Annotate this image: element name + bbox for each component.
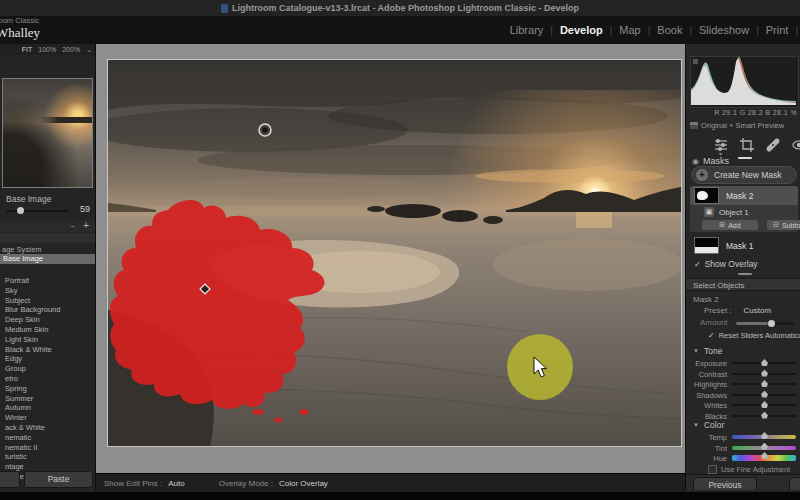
presets-add-icon[interactable]: + [83,221,89,231]
tone-slider-row: Contrast [686,369,800,380]
slider-track[interactable] [732,394,796,396]
mask-subtract-button[interactable]: ⊟ Subtract [767,220,800,230]
preset-item-selected[interactable]: Base Image [0,254,95,264]
reset-button[interactable]: Reset [789,477,800,490]
module-print[interactable]: Print [766,24,789,36]
tone-slider-row: Highlights [686,379,800,390]
module-slideshow[interactable]: Slideshow [699,24,749,36]
preset-item[interactable]: Blur Background [0,305,95,315]
red-eye-tool-icon[interactable] [792,138,800,152]
preset-item[interactable]: Autumn [0,403,95,413]
module-book[interactable]: Book [657,24,682,36]
preset-item[interactable]: Winter [0,413,95,423]
preset-item[interactable]: nematic II [0,443,95,453]
tone-section-header[interactable]: ▼ Tone [693,346,722,356]
mask2-row[interactable]: Mask 2 [690,186,798,205]
show-overlay-row[interactable]: ✓ Show Overlay [694,259,758,269]
histogram[interactable] [690,56,799,108]
show-overlay-checkbox[interactable]: ✓ [694,260,701,269]
slider-track[interactable] [732,455,796,461]
slider-label: Hue [713,454,727,463]
preset-item[interactable]: nematic [0,433,95,443]
slider-thumb[interactable] [761,401,768,408]
navigator-zoom-200[interactable]: 200% [62,46,80,53]
fine-adjustment-checkbox[interactable] [708,465,717,474]
preset-item[interactable]: Subject [0,296,95,306]
preset-item[interactable]: Edgy [0,354,95,364]
slider-track[interactable] [732,415,796,417]
mask-preset-value[interactable]: Custom [744,306,772,315]
masks-panel-header[interactable]: ◉ Masks [692,156,729,166]
slider-thumb[interactable] [761,412,768,419]
shadow-clipping-icon[interactable] [693,59,698,64]
tone-slider-row: Whites [686,400,800,411]
navigator-preview[interactable] [2,78,93,188]
preset-filter-row[interactable] [0,233,95,243]
slider-track[interactable] [732,435,796,439]
overlay-mode-value[interactable]: Color Overlay [279,479,328,488]
copy-button[interactable] [0,471,20,488]
preset-item[interactable]: turistic [0,452,95,462]
preset-item[interactable]: Summer [0,394,95,404]
mask1-row[interactable]: Mask 1 [690,236,798,255]
navigator-fit[interactable]: FIT [22,46,33,53]
panel-grip-icon[interactable] [738,157,752,159]
color-section-header[interactable]: ▼ Color [693,420,724,430]
overlay-mode-label: Overlay Mode : [219,479,273,488]
preset-item[interactable]: Portrait [0,276,95,286]
navigator-zoom-menu-icon[interactable]: ⌄ [86,46,92,54]
module-develop[interactable]: Develop [560,24,603,36]
preset-item[interactable]: Deep Skin [0,315,95,325]
reset-sliders-checkbox[interactable]: ✓ [708,331,715,340]
preset-item[interactable]: Black & White [0,345,95,355]
mask-add-button[interactable]: ⊞ Add [702,220,758,230]
selected-mask-label: Mask 2 [693,295,719,304]
mask-amount-thumb[interactable] [768,320,775,327]
slider-thumb[interactable] [761,452,768,459]
preset-item[interactable]: Group [0,364,95,374]
slider-track[interactable] [732,373,796,375]
slider-track[interactable] [732,446,796,450]
preset-item[interactable]: Sky [0,286,95,296]
previous-button[interactable]: Previous [693,477,757,490]
show-edit-pins-value[interactable]: Auto [168,479,184,488]
reset-sliders-row[interactable]: ✓ Reset Sliders Automatically [708,331,800,340]
preset-item[interactable]: etro [0,374,95,384]
slider-thumb[interactable] [761,380,768,387]
crop-tool-icon[interactable] [740,138,754,152]
fine-adjustment-row[interactable]: Use Fine Adjustment [708,465,790,474]
color-triangle-icon: ▼ [693,422,699,428]
slider-thumb[interactable] [761,432,768,439]
preset-group-header[interactable]: age System [0,245,96,254]
healing-tool-icon[interactable] [766,138,780,152]
slider-thumb[interactable] [761,359,768,366]
mask-amount-slider[interactable] [736,322,794,325]
slider-thumb[interactable] [761,443,768,450]
navigator-zoom-100[interactable]: 100% [38,46,56,53]
preset-item[interactable]: Medium Skin [0,325,95,335]
photo[interactable] [108,60,681,446]
preset-item[interactable]: ack & White [0,423,95,433]
presets-collapse-icon[interactable]: − [70,222,75,231]
preset-amount-thumb[interactable] [17,207,24,214]
mask2-object1-row[interactable]: ▣ Object 1 [704,205,749,219]
file-source-text[interactable]: Original + Smart Preview [701,121,784,130]
slider-track[interactable] [732,383,796,385]
slider-track[interactable] [732,404,796,406]
module-library[interactable]: Library [510,24,544,36]
catalog-document-icon [221,4,228,13]
preset-item[interactable]: Light Skin [0,335,95,345]
preset-item[interactable]: Spring [0,384,95,394]
left-panel: FIT 100% 200% ⌄ Base Image 59 − + age Sy… [0,44,96,490]
slider-thumb[interactable] [761,370,768,377]
slider-thumb[interactable] [761,391,768,398]
create-new-mask-button[interactable]: + Create New Mask [691,166,797,184]
smart-preview-icon [690,122,698,129]
masks-eye-icon[interactable]: ◉ [692,157,699,166]
slider-track[interactable] [732,362,796,364]
preset-amount-slider[interactable] [6,210,68,212]
module-map[interactable]: Map [619,24,640,36]
panel-grip2-icon[interactable] [738,273,752,275]
paste-button[interactable]: Paste [24,471,93,488]
edit-sliders-icon[interactable]: ▾ [714,138,728,152]
